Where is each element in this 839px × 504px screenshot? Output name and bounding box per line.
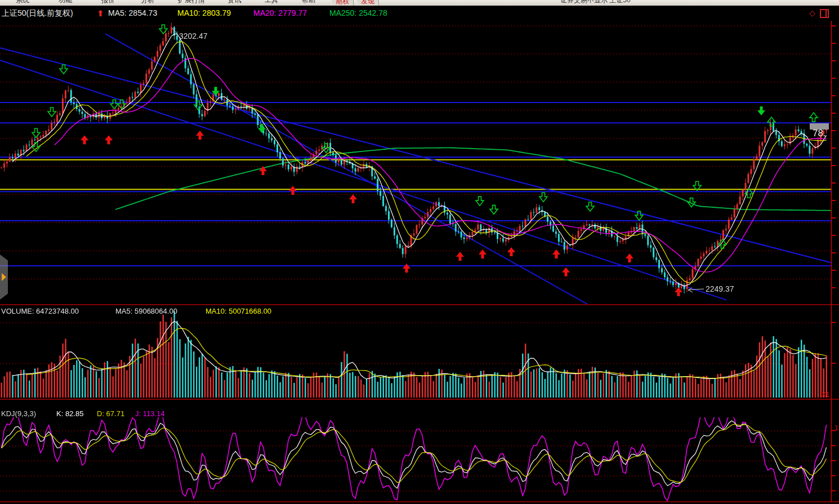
chart-title-bar: 上证50(日线.前复权) ⬆ ◇ MA5: 2854.73MA10: 2803.… bbox=[0, 6, 839, 21]
sidebar-expander-handle[interactable] bbox=[0, 255, 8, 300]
chart-canvas[interactable] bbox=[0, 0, 839, 504]
title-ma-label-1: MA10: 2803.79 bbox=[177, 6, 231, 21]
volume-ma5: MA5: 59068064.00 bbox=[115, 307, 177, 315]
menu-right-status: 证券交易不显示 上证50 bbox=[560, 0, 631, 5]
trading-app-window: 证券交易不显示 上证50 系统功能报价分析扩展行情资讯工具帮助期权发现 上证50… bbox=[0, 0, 839, 504]
menu-item-7[interactable]: 帮助 bbox=[302, 0, 315, 5]
up-arrow-icon: ⬆ bbox=[97, 6, 104, 21]
menu-item-5[interactable]: 资讯 bbox=[227, 0, 241, 5]
trough-price-label: 2249.37 bbox=[706, 284, 734, 293]
volume-value: VOLUME: 64723748.00 bbox=[1, 307, 79, 315]
last-price-partial: 78. bbox=[813, 128, 826, 139]
menu-item-6[interactable]: 工具 bbox=[265, 0, 278, 5]
menu-item-0[interactable]: 系统 bbox=[16, 0, 29, 5]
volume-header: VOLUME: 64723748.00 MA5: 59068064.00 MA1… bbox=[0, 307, 338, 315]
kdj-d-value: D: 67.71 bbox=[97, 409, 124, 418]
kdj-j-value: J: 113.14 bbox=[135, 409, 165, 418]
menu-item-4[interactable]: 扩展行情 bbox=[178, 0, 205, 5]
menu-item-3[interactable]: 分析 bbox=[141, 0, 154, 5]
menu-item-1[interactable]: 功能 bbox=[59, 0, 72, 5]
kdj-k-value: K: 82.85 bbox=[56, 409, 83, 418]
title-ma-label-2: MA20: 2779.77 bbox=[253, 6, 307, 21]
volume-ma10: MA10: 50071668.00 bbox=[206, 307, 271, 315]
kdj-name: KDJ(9,3,3) bbox=[1, 409, 36, 418]
title-ma-label-3: MA250: 2542.78 bbox=[329, 6, 387, 21]
symbol-title: 上证50(日线.前复权) bbox=[2, 6, 73, 21]
expander-arrow-icon bbox=[2, 273, 6, 281]
kdj-axis-partial-label: 1 bbox=[834, 423, 838, 432]
window-layout-icon[interactable] bbox=[820, 9, 829, 18]
menu-item-2[interactable]: 报价 bbox=[101, 0, 115, 5]
title-ma-label-0: MA5: 2854.73 bbox=[108, 6, 157, 21]
volume-unit-label: X1 bbox=[822, 391, 830, 399]
peak-price-label: 3202.47 bbox=[179, 32, 208, 41]
diamond-icon[interactable]: ◇ bbox=[809, 6, 815, 21]
kdj-header: KDJ(9,3,3) K: 82.85 D: 67.71 J: 113.14 bbox=[0, 409, 225, 418]
